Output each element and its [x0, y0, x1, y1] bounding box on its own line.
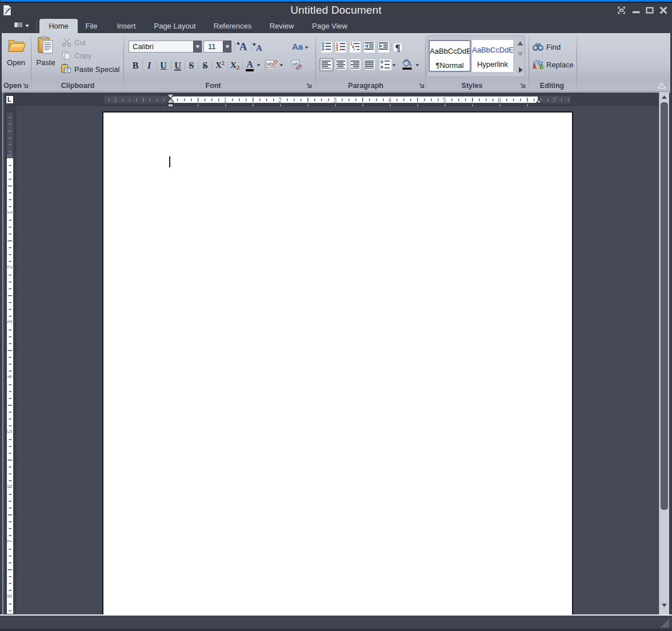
svg-text:1: 1: [114, 97, 117, 103]
svg-text:3: 3: [6, 320, 13, 324]
svg-text:A: A: [533, 64, 537, 70]
svg-text:6: 6: [6, 485, 13, 488]
svg-text:i: i: [354, 47, 355, 51]
svg-text:5: 5: [6, 430, 13, 433]
svg-text:4: 4: [6, 375, 13, 379]
svg-text:5: 5: [443, 97, 446, 103]
svg-text:B: B: [539, 64, 543, 70]
svg-text:8: 8: [6, 594, 13, 598]
svg-text:4: 4: [388, 97, 391, 103]
svg-text:1: 1: [6, 211, 13, 214]
svg-text:1: 1: [223, 97, 227, 103]
svg-text:0: 0: [6, 154, 13, 158]
svg-text:3: 3: [336, 47, 338, 51]
svg-text:2: 2: [278, 97, 282, 103]
svg-text:ab: ab: [267, 61, 273, 67]
svg-text:2: 2: [6, 266, 13, 269]
svg-text:3: 3: [333, 97, 337, 103]
svg-text:ab: ab: [293, 61, 298, 67]
svg-text:7: 7: [6, 540, 13, 543]
svg-text:7: 7: [553, 97, 556, 103]
svg-text:6: 6: [498, 97, 501, 103]
